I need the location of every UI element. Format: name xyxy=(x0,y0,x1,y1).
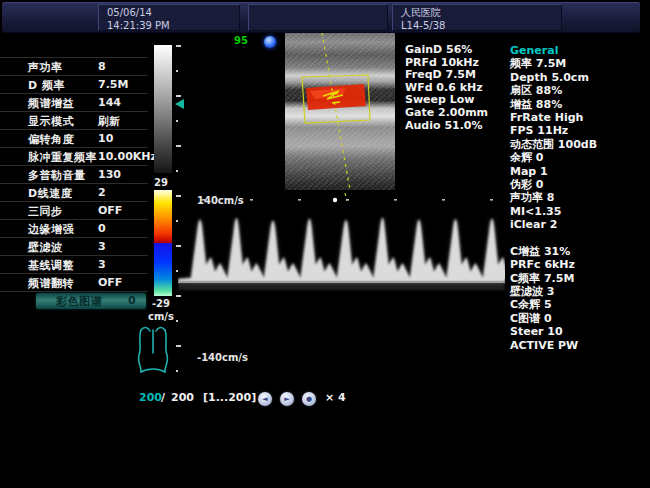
stop-button[interactable]: ● xyxy=(302,392,316,406)
param-label: D线速度 xyxy=(28,186,72,201)
param-value: 2 xyxy=(98,186,106,199)
velocity-scale-min: -29 xyxy=(148,298,174,309)
sidebar-param-row[interactable]: D 频率7.5M xyxy=(0,75,148,93)
param-value: 144 xyxy=(98,96,121,109)
cine-speed: × 4 xyxy=(325,391,346,404)
param-value: OFF xyxy=(98,276,122,289)
param-label: 壁滤波 xyxy=(28,240,63,255)
right-panel-gap xyxy=(510,232,650,245)
time-text: 14:21:39 PM xyxy=(107,19,239,32)
frame-counter: 95 xyxy=(234,35,248,46)
right-panel-line: C图谱 0 xyxy=(510,312,650,325)
depth-tick xyxy=(176,170,178,172)
right-panel-line: 频率 7.5M xyxy=(510,57,650,70)
param-label: 偏转角度 xyxy=(28,132,74,147)
color-doppler-bar xyxy=(154,190,172,296)
param-value: 10 xyxy=(98,132,113,145)
param-value: 0 xyxy=(98,222,106,235)
header-bar: 05/06/14 14:21:39 PM 人民医院 L14-5/38 xyxy=(2,2,640,33)
depth-tick xyxy=(176,320,178,322)
sweep-ticks xyxy=(202,199,493,201)
depth-tick xyxy=(176,70,178,72)
overlay-line: Gate 2.00mm xyxy=(405,107,488,120)
param-label: 多普勒音量 xyxy=(28,168,86,183)
right-panel-line: iClear 2 xyxy=(510,218,650,231)
right-panel-line: 壁滤波 3 xyxy=(510,285,650,298)
sidebar-param-row[interactable]: 偏转角度10 xyxy=(0,129,148,147)
sidebar-param-row[interactable]: 边缘增强0 xyxy=(0,219,148,237)
sidebar-param-row[interactable]: 三同步OFF xyxy=(0,201,148,219)
spectral-scale-top: 140cm/s xyxy=(197,195,244,206)
right-panel-line: Map 1 xyxy=(510,165,650,178)
grayscale-bar xyxy=(154,45,172,173)
ultrasound-screen: 05/06/14 14:21:39 PM 人民医院 L14-5/38 声功率8D… xyxy=(0,0,650,488)
date-text: 05/06/14 xyxy=(107,6,239,19)
overlay-line: GainD 56% xyxy=(405,44,488,57)
param-value: 130 xyxy=(98,168,121,181)
right-panel-line: C余辉 5 xyxy=(510,298,650,311)
hospital-name: 人民医院 xyxy=(401,6,561,19)
sidebar-param-row[interactable]: 频谱翻转OFF xyxy=(0,273,148,291)
right-panel-line: PRFc 6kHz xyxy=(510,258,650,271)
bmode-image[interactable] xyxy=(285,33,395,190)
cine-range: [1...200] xyxy=(203,391,256,404)
spectral-scale-bottom: -140cm/s xyxy=(197,352,248,363)
depth-tick xyxy=(176,95,181,97)
param-value: 8 xyxy=(98,60,106,73)
sidebar-params: 声功率8D 频率7.5M频谱增益144显示模式刷新偏转角度10脉冲重复频率10.… xyxy=(0,57,148,309)
right-panel-line: 声功率 8 xyxy=(510,191,650,204)
sweep-position-dot xyxy=(333,198,337,202)
param-value: 3 xyxy=(98,240,106,253)
right-panel-line: Depth 5.0cm xyxy=(510,71,650,84)
sidebar-param-row[interactable]: 声功率8 xyxy=(0,57,148,75)
body-marker-icon[interactable] xyxy=(134,323,172,375)
right-panel-line: 增益 88% xyxy=(510,98,650,111)
waveform-trace xyxy=(178,217,505,282)
right-panel-line: C频率 7.5M xyxy=(510,272,650,285)
sidebar-param-row[interactable]: 频谱增益144 xyxy=(0,93,148,111)
sidebar-param-row[interactable]: 基线调整3 xyxy=(0,255,148,273)
cine-controls: ◄►● xyxy=(258,392,316,406)
right-panel-line: C增益 31% xyxy=(510,245,650,258)
right-panel-line: 动态范围 100dB xyxy=(510,138,650,151)
sidebar-param-row[interactable]: 脉冲重复频率10.00KHz xyxy=(0,147,148,165)
sidebar-param-row[interactable]: 多普勒音量130 xyxy=(0,165,148,183)
param-label: 基线调整 xyxy=(28,258,74,273)
active-indicator-dot xyxy=(264,36,276,48)
param-label: 边缘增强 xyxy=(28,222,74,237)
param-value: 10.00KHz xyxy=(98,150,157,163)
right-panel-title: General xyxy=(510,44,650,57)
param-label: D 频率 xyxy=(28,78,65,93)
datetime-panel: 05/06/14 14:21:39 PM xyxy=(98,4,240,31)
doppler-cursor-line[interactable] xyxy=(322,33,350,190)
depth-tick xyxy=(176,145,181,147)
param-label: 频谱翻转 xyxy=(28,276,74,291)
right-panel-line: 余辉 0 xyxy=(510,151,650,164)
param-label: 声功率 xyxy=(28,60,63,75)
sidebar-param-row[interactable]: 壁滤波3 xyxy=(0,237,148,255)
depth-tick xyxy=(176,370,178,372)
param-value: OFF xyxy=(98,204,122,217)
play-button[interactable]: ► xyxy=(280,392,294,406)
right-panel-lines: 频率 7.5MDepth 5.0cm扇区 88%增益 88%FrRate Hig… xyxy=(510,57,650,352)
param-label: 彩色图谱 xyxy=(56,294,102,309)
sample-gate-bottom xyxy=(332,102,340,103)
param-value: 0 xyxy=(128,294,136,307)
sidebar-param-row[interactable]: D线速度2 xyxy=(0,183,148,201)
sidebar-param-row[interactable]: 显示模式刷新 xyxy=(0,111,148,129)
right-panel: General 频率 7.5MDepth 5.0cm扇区 88%增益 88%Fr… xyxy=(510,44,650,352)
prev-frame-button[interactable]: ◄ xyxy=(258,392,272,406)
right-panel-line: 扇区 88% xyxy=(510,84,650,97)
right-panel-line: FPS 11Hz xyxy=(510,124,650,137)
depth-tick xyxy=(176,45,181,47)
spectral-waveform xyxy=(178,193,505,293)
right-panel-line: ACTIVE PW xyxy=(510,339,650,352)
param-label: 频谱增益 xyxy=(28,96,74,111)
overlay-line: Audio 51.0% xyxy=(405,120,488,133)
sidebar-param-row[interactable]: 彩色图谱0 xyxy=(0,291,148,309)
velocity-scale-max: 29 xyxy=(148,177,174,188)
cine-separator: / xyxy=(161,391,165,404)
overlay-line: FreqD 7.5M xyxy=(405,69,488,82)
param-label: 显示模式 xyxy=(28,114,74,129)
depth-tick xyxy=(176,295,181,297)
